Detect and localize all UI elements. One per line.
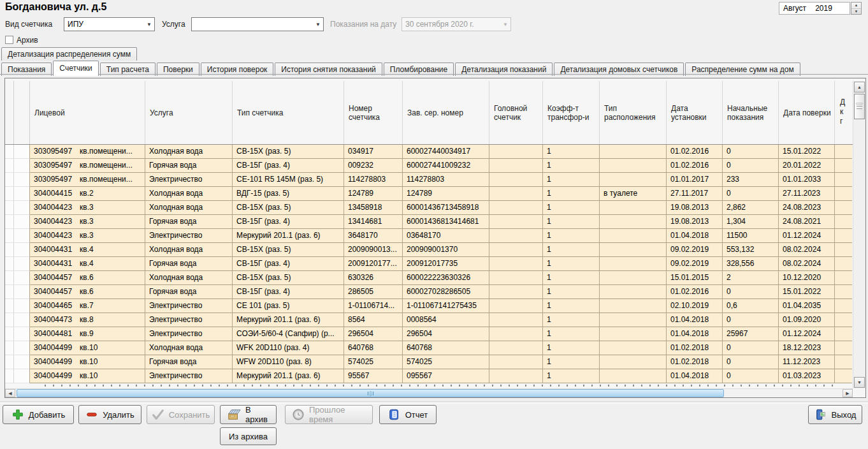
row-selector[interactable] <box>14 159 30 173</box>
table-cell[interactable]: 1 <box>543 299 600 313</box>
table-cell[interactable]: 18.12.2023 <box>779 341 835 355</box>
row-selector[interactable] <box>14 257 30 271</box>
table-cell[interactable]: 1-01106714... <box>344 299 403 313</box>
column-header[interactable]: Начальные показания <box>723 81 779 144</box>
table-cell[interactable]: 328,556 <box>723 257 779 271</box>
row-indicator[interactable] <box>5 215 14 229</box>
table-cell[interactable]: 009232 <box>344 159 403 173</box>
table-cell[interactable]: 01.04.2035 <box>779 299 835 313</box>
table-cell[interactable]: 0 <box>723 285 779 299</box>
row-indicator[interactable] <box>5 257 14 271</box>
table-cell[interactable] <box>489 355 543 369</box>
table-cell[interactable]: 600027441009232 <box>403 159 489 173</box>
table-cell[interactable]: 09.02.2019 <box>667 243 723 257</box>
table-cell[interactable]: 0 <box>723 369 779 383</box>
table-cell[interactable] <box>489 327 543 341</box>
table-cell[interactable]: 600022223630326 <box>403 271 489 285</box>
table-cell[interactable]: 233 <box>723 173 779 187</box>
table-cell[interactable]: 304004465кв.7 <box>30 299 145 313</box>
table-cell[interactable]: Горячая вода <box>145 159 233 173</box>
table-cell[interactable]: Горячая вода <box>145 257 233 271</box>
table-cell[interactable]: 19.08.2013 <box>667 215 723 229</box>
table-cell[interactable]: 553,132 <box>723 243 779 257</box>
table-cell[interactable]: 0 <box>723 145 779 159</box>
column-header[interactable]: Номер счетчика <box>344 81 403 144</box>
table-cell[interactable] <box>489 257 543 271</box>
table-cell[interactable]: 1 <box>543 285 600 299</box>
row-selector[interactable] <box>14 341 30 355</box>
row-indicator[interactable] <box>5 271 14 285</box>
table-cell[interactable]: 01.04.2018 <box>667 327 723 341</box>
table-cell[interactable]: в туалете <box>600 187 667 201</box>
table-cell[interactable]: СВ-15Г (раз. 4) <box>233 285 344 299</box>
table-cell[interactable]: 304004431кв.4 <box>30 243 145 257</box>
period-spinner[interactable]: ▲ ▼ <box>851 2 862 15</box>
table-cell[interactable]: Электричество <box>145 299 233 313</box>
table-cell[interactable]: 03648170 <box>403 229 489 243</box>
table-row[interactable]: 304004465кв.7ЭлектричествоСЕ 101 (раз. 5… <box>5 299 853 313</box>
table-cell[interactable]: 27.11.2017 <box>667 187 723 201</box>
table-cell[interactable]: 303095497кв.помещени... <box>30 173 145 187</box>
table-cell[interactable]: 095567 <box>403 369 489 383</box>
row-selector[interactable] <box>14 173 30 187</box>
table-cell[interactable]: Холодная вода <box>145 145 233 159</box>
table-cell[interactable]: 1 <box>543 257 600 271</box>
table-cell[interactable] <box>600 355 667 369</box>
table-cell[interactable]: 19.08.2013 <box>667 201 723 215</box>
row-selector[interactable] <box>14 215 30 229</box>
meter-type-combo[interactable]: ИПУ ▼ <box>64 17 155 31</box>
table-cell[interactable] <box>600 257 667 271</box>
scroll-right-icon[interactable]: ▶ <box>843 389 853 397</box>
column-header[interactable]: Дата поверки <box>779 81 835 144</box>
table-cell[interactable] <box>489 229 543 243</box>
table-cell[interactable]: 1 <box>543 159 600 173</box>
table-cell[interactable]: 24.08.2021 <box>779 215 835 229</box>
table-cell[interactable]: Холодная вода <box>145 271 233 285</box>
table-cell[interactable]: 304004499кв.10 <box>30 369 145 383</box>
spinner-down-icon[interactable]: ▼ <box>851 9 861 15</box>
row-indicator[interactable] <box>5 313 14 327</box>
table-cell[interactable]: 01.02.2016 <box>667 285 723 299</box>
table-cell[interactable]: 01.01.2017 <box>667 173 723 187</box>
table-cell[interactable]: 1 <box>543 369 600 383</box>
table-cell[interactable]: 304004431кв.4 <box>30 257 145 271</box>
table-cell[interactable]: 640768 <box>403 341 489 355</box>
table-cell[interactable]: СЕ-101 R5 145М (раз. 5) <box>233 173 344 187</box>
period-selector[interactable]: Август 2019 <box>779 2 850 15</box>
row-selector[interactable] <box>14 285 30 299</box>
table-cell[interactable]: 15.01.2022 <box>779 285 835 299</box>
delete-button[interactable]: Удалить <box>78 405 141 424</box>
row-selector[interactable] <box>14 313 30 327</box>
table-row[interactable]: 303095497кв.помещени...Горячая водаСВ-15… <box>5 159 853 173</box>
table-cell[interactable]: 11.12.2023 <box>779 355 835 369</box>
table-cell[interactable]: 304004457кв.6 <box>30 271 145 285</box>
table-cell[interactable]: 24.08.2023 <box>779 201 835 215</box>
table-cell[interactable]: 574025 <box>403 355 489 369</box>
table-cell[interactable]: 1 <box>543 327 600 341</box>
from-archive-button[interactable]: Из архива <box>220 427 277 445</box>
table-cell[interactable]: Электричество <box>145 229 233 243</box>
row-selector[interactable] <box>14 145 30 159</box>
row-indicator[interactable] <box>5 201 14 215</box>
table-cell[interactable]: 02.10.2019 <box>667 299 723 313</box>
archive-checkbox[interactable] <box>5 36 13 44</box>
row-indicator[interactable] <box>5 285 14 299</box>
table-row[interactable]: 304004415кв.2Холодная водаВДГ-15 (раз. 5… <box>5 187 853 201</box>
table-cell[interactable]: 1 <box>543 341 600 355</box>
table-cell[interactable]: 114278803 <box>344 173 403 187</box>
column-header[interactable]: Коэфф-т трансфор-и <box>543 81 600 144</box>
table-cell[interactable] <box>600 159 667 173</box>
table-cell[interactable] <box>600 243 667 257</box>
table-cell[interactable]: 1 <box>543 355 600 369</box>
table-cell[interactable]: 60001436813414681 <box>403 215 489 229</box>
row-indicator[interactable] <box>5 341 14 355</box>
table-cell[interactable]: 304004423кв.3 <box>30 215 145 229</box>
table-row[interactable]: 304004457кв.6Горячая водаСВ-15Г (раз. 4)… <box>5 285 853 299</box>
exit-button[interactable]: Выход <box>808 405 862 424</box>
table-cell[interactable]: 01.04.2018 <box>667 369 723 383</box>
table-cell[interactable] <box>600 201 667 215</box>
table-cell[interactable]: 124789 <box>344 187 403 201</box>
table-row[interactable]: 303095497кв.помещени...Холодная водаСВ-1… <box>5 145 853 159</box>
table-cell[interactable]: 304004481кв.9 <box>30 327 145 341</box>
column-header[interactable]: Тип расположения <box>600 81 667 144</box>
